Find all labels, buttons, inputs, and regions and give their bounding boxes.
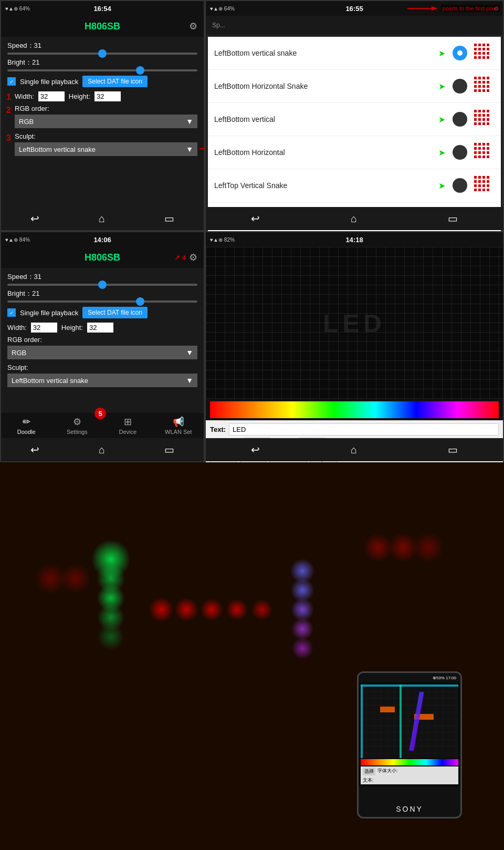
phone-status-text: ⊕53% 17:00 — [433, 676, 456, 680]
status-icons-lm: ♥▲⊕ 84% — [5, 237, 30, 243]
recents-icon-lm[interactable]: ▭ — [164, 443, 174, 456]
svg-rect-19 — [487, 48, 489, 50]
pattern-icon-0 — [472, 42, 495, 64]
select-dat-button-lm[interactable]: Select DAT file icon — [82, 307, 148, 318]
single-file-checkbox[interactable]: ✓ — [7, 77, 16, 86]
speed-thumb-lm[interactable] — [98, 281, 107, 289]
gear-icon[interactable]: ⚙ — [189, 20, 197, 32]
svg-rect-63 — [487, 147, 489, 150]
dropdown-item-text-4: LeftTop Vertical Snake — [214, 181, 436, 190]
height-input-lm[interactable] — [87, 323, 113, 333]
back-icon-rt[interactable]: ↩ — [251, 212, 260, 225]
svg-rect-82 — [482, 184, 485, 187]
svg-rect-60 — [474, 147, 477, 150]
dropdown-item-4[interactable]: LeftTop Vertical Snake ➤ — [208, 169, 501, 202]
tab-doodle[interactable]: ✏ Doodle — [1, 413, 52, 438]
svg-rect-6 — [474, 48, 477, 50]
svg-rect-47 — [482, 110, 485, 112]
home-icon-rt[interactable]: ⌂ — [351, 213, 357, 225]
svg-rect-20 — [487, 44, 489, 46]
svg-rect-77 — [478, 176, 481, 179]
svg-rect-8 — [474, 56, 477, 59]
home-icon-lm[interactable]: ⌂ — [99, 444, 105, 456]
svg-rect-66 — [482, 151, 485, 154]
gear-icon-lm[interactable]: ⚙ — [189, 252, 197, 263]
canvas-preview-text: LED — [323, 309, 386, 338]
pattern-icon-4 — [472, 174, 495, 196]
doodle-label: Doodle — [17, 429, 36, 435]
svg-rect-31 — [478, 85, 481, 88]
speed-row: Speed：31 — [7, 41, 197, 55]
bright-thumb-lm[interactable] — [136, 297, 144, 306]
svg-rect-50 — [482, 122, 485, 125]
dropdown-item-0[interactable]: LeftBottom vertical snake ➤ — [208, 37, 501, 70]
svg-rect-7 — [474, 52, 477, 55]
color-bar[interactable] — [210, 401, 499, 418]
status-icons-right-top: ♥▲⊕ 64% — [210, 6, 235, 12]
bright-slider[interactable] — [7, 69, 197, 71]
speed-slider[interactable] — [7, 53, 197, 55]
home-icon[interactable]: ⌂ — [99, 213, 105, 225]
back-icon-lm[interactable]: ↩ — [30, 443, 39, 456]
canvas-area: LED — [206, 247, 503, 399]
nav-bar-right-top: ↩ ⌂ ▭ — [206, 207, 503, 230]
phone-teal-line — [400, 685, 402, 758]
svg-rect-69 — [478, 156, 481, 158]
height-input[interactable] — [94, 91, 121, 101]
rgb-dropdown-lm[interactable]: RGB ▼ — [7, 346, 197, 359]
panel-left-mid: ♥▲⊕ 84% 14:06 H806SB ↗ 4 ⚙ Speed：31 Brig… — [0, 231, 205, 462]
svg-rect-49 — [482, 118, 485, 121]
checkbox-lm[interactable]: ✓ — [7, 308, 16, 317]
back-icon[interactable]: ↩ — [30, 212, 39, 225]
app-header-left-top: H806SB ⚙ — [1, 16, 204, 37]
sculpt-dropdown[interactable]: LeftBottom vertical snake ▼ — [15, 142, 197, 156]
signal-lm: ♥▲⊕ — [5, 237, 18, 243]
annotation-4: 4 — [182, 254, 186, 262]
battery-icon: 64% — [19, 6, 30, 12]
speed-slider-lm[interactable] — [7, 284, 197, 286]
checkbox-label-lm: Single file playback — [20, 309, 78, 317]
svg-rect-41 — [474, 118, 477, 121]
svg-rect-68 — [474, 156, 477, 158]
bright-label-lm: Bright：21 — [7, 289, 39, 297]
tab-settings[interactable]: ⚙ Settings — [52, 413, 103, 438]
tab-device[interactable]: ⊞ Device — [102, 413, 153, 438]
recents-icon[interactable]: ▭ — [164, 212, 174, 225]
speed-thumb[interactable] — [98, 49, 107, 58]
width-input-lm[interactable] — [31, 323, 57, 333]
battery-lm: 84% — [19, 237, 30, 243]
status-icons-rm: ♥▲⊕ 82% — [210, 237, 235, 243]
dropdown-item-text-0: LeftBottom vertical snake — [214, 49, 436, 57]
svg-rect-45 — [478, 118, 481, 121]
svg-rect-46 — [478, 122, 481, 125]
panel-right-top: ♥▲⊕ 64% 16:55 ⚙ Sp... points to the firs… — [205, 0, 504, 231]
home-icon-rm[interactable]: ⌂ — [351, 444, 357, 456]
bright-thumb[interactable] — [136, 66, 144, 75]
speed-label-lm: Speed：31 — [7, 273, 41, 281]
top-annotation: points to the first pixel — [407, 4, 500, 13]
svg-rect-74 — [474, 184, 477, 187]
width-label: Width: — [15, 92, 34, 100]
recents-icon-rm[interactable]: ▭ — [448, 443, 458, 456]
sculpt-dropdown-lm[interactable]: LeftBottom vertical snake ▼ — [7, 374, 197, 387]
recents-icon-rt[interactable]: ▭ — [448, 212, 458, 225]
width-input[interactable] — [38, 91, 65, 101]
svg-rect-5 — [474, 44, 477, 46]
dropdown-item-1[interactable]: LeftBottom Horizontal Snake ➤ — [208, 70, 501, 103]
width-label-lm: Width: — [7, 324, 27, 331]
controls-lm: Speed：31 Bright：21 ✓ Single file playbac… — [1, 268, 204, 391]
rgb-dropdown[interactable]: RGB ▼ — [15, 115, 197, 128]
bright-slider-lm[interactable] — [7, 300, 197, 303]
svg-rect-29 — [474, 81, 477, 84]
dropdown-item-3[interactable]: LeftBottom Horizontal ➤ — [208, 136, 501, 169]
back-icon-rm[interactable]: ↩ — [251, 443, 260, 456]
phone-canvas — [361, 685, 458, 758]
bottom-photo: ⊕53% 17:00 选择 字体大小: 文本: — [0, 462, 504, 850]
svg-rect-37 — [474, 89, 477, 92]
select-dat-button[interactable]: Select DAT file icon — [82, 76, 148, 87]
tab-wlan[interactable]: 📢 WLAN Set — [153, 413, 204, 438]
svg-rect-28 — [478, 81, 481, 84]
dropdown-item-2[interactable]: LeftBottom vertical ➤ — [208, 103, 501, 136]
svg-rect-67 — [487, 151, 489, 154]
text-input[interactable] — [229, 423, 499, 436]
